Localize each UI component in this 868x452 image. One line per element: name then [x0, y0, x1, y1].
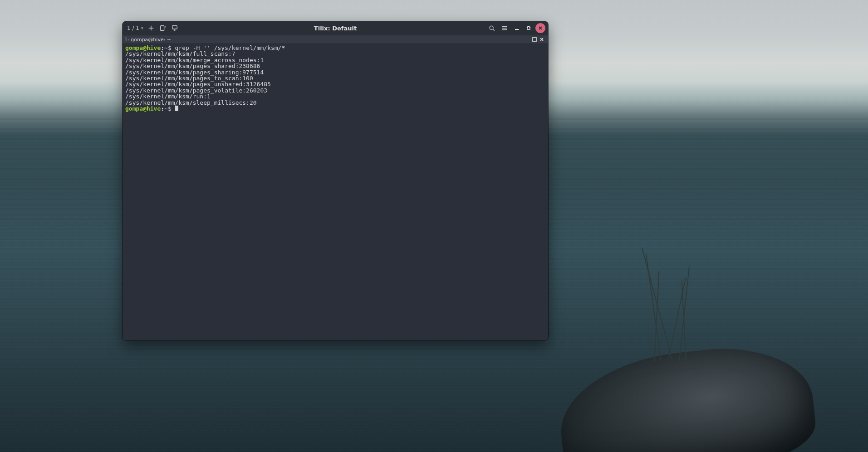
- svg-rect-1: [172, 26, 177, 29]
- close-icon: [538, 25, 543, 31]
- search-icon: [489, 25, 495, 31]
- wallpaper-reed: [642, 248, 673, 362]
- svg-point-2: [490, 26, 493, 29]
- terminal-pane[interactable]: gompa@hive:~$ grep -H '' /sys/kernel/mm/…: [123, 44, 548, 340]
- maximize-icon: [526, 25, 531, 31]
- split-below-icon: [172, 25, 178, 31]
- terminal-output: gompa@hive:~$ grep -H '' /sys/kernel/mm/…: [125, 45, 545, 112]
- tab-maximize-icon: [532, 37, 537, 42]
- terminal-tab-maximize-button[interactable]: [531, 36, 538, 43]
- terminal-tab-close-button[interactable]: [538, 36, 545, 43]
- minimize-icon: [514, 25, 520, 31]
- plus-icon: [148, 25, 154, 31]
- app-menu-button[interactable]: [499, 23, 510, 34]
- session-counter[interactable]: 1 / 1 ▾: [126, 25, 145, 31]
- close-button[interactable]: [535, 23, 545, 33]
- wallpaper-rock: [554, 339, 819, 452]
- svg-rect-3: [533, 38, 536, 41]
- new-session-button[interactable]: [146, 23, 157, 34]
- tab-close-icon: [539, 37, 544, 42]
- session-counter-text: 1 / 1: [127, 25, 139, 31]
- hamburger-icon: [501, 25, 508, 31]
- svg-rect-0: [161, 26, 164, 31]
- add-terminal-down-button[interactable]: [169, 23, 180, 34]
- maximize-button[interactable]: [524, 23, 534, 33]
- terminal-tab-label[interactable]: 1: gompa@hive: ~: [124, 37, 171, 43]
- new-terminal-icon: [160, 25, 166, 31]
- chevron-down-icon: ▾: [141, 26, 143, 30]
- tilix-window: 1 / 1 ▾ Tilix: Default: [123, 21, 548, 340]
- search-button[interactable]: [486, 23, 497, 34]
- titlebar[interactable]: 1 / 1 ▾ Tilix: Default: [123, 21, 548, 35]
- window-title: Tilix: Default: [123, 25, 548, 32]
- minimize-button[interactable]: [512, 23, 522, 33]
- terminal-tab-bar: 1: gompa@hive: ~: [123, 35, 548, 44]
- add-terminal-right-button[interactable]: [157, 23, 168, 34]
